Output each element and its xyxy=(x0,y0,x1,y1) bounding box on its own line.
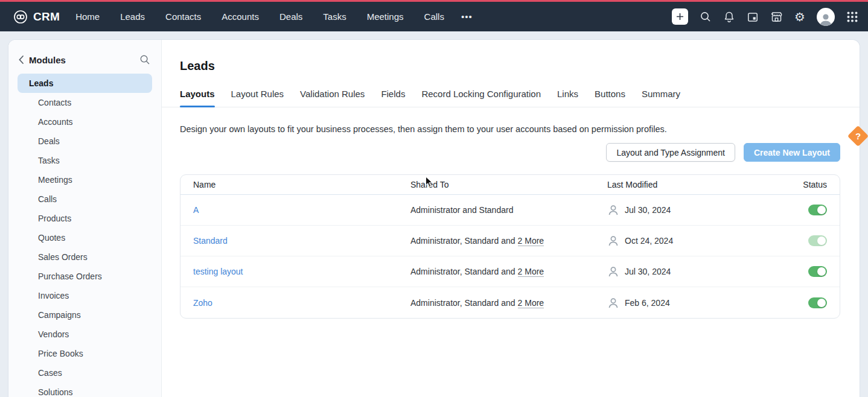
sidebar-item-invoices[interactable]: Invoices xyxy=(18,286,152,305)
create-new-layout-button[interactable]: Create New Layout xyxy=(744,143,840,162)
table-row-testing-layout: testing layoutAdministrator, Standard an… xyxy=(180,256,840,287)
column-header-last-modified: Last Modified xyxy=(607,180,779,189)
user-avatar[interactable] xyxy=(817,8,835,26)
marketplace-icon[interactable] xyxy=(770,11,783,23)
shared-to-text: Administrator and Standard xyxy=(410,205,513,215)
sidebar-item-solutions[interactable]: Solutions xyxy=(18,383,152,397)
shared-to-text: Administrator, Standard and xyxy=(410,298,515,308)
nav-item-tasks[interactable]: Tasks xyxy=(323,11,346,22)
sidebar-item-accounts[interactable]: Accounts xyxy=(18,112,152,132)
modified-by-avatar-icon xyxy=(607,265,619,278)
sidebar-title: Modules xyxy=(29,55,139,65)
add-icon[interactable] xyxy=(672,8,688,25)
tab-validation-rules[interactable]: Validation Rules xyxy=(300,89,365,107)
sidebar-item-vendors[interactable]: Vendors xyxy=(18,325,152,344)
sidebar-item-purchase-orders[interactable]: Purchase Orders xyxy=(18,267,152,286)
column-header-name: Name xyxy=(193,180,410,189)
crm-logo[interactable]: CRM xyxy=(0,10,75,24)
sidebar-item-quotes[interactable]: Quotes xyxy=(18,228,152,247)
layout-type-assignment-button[interactable]: Layout and Type Assignment xyxy=(606,143,735,162)
column-header-shared-to: Shared To xyxy=(410,180,607,189)
layouts-content: Leads LayoutsLayout RulesValidation Rule… xyxy=(162,40,860,397)
sidebar-item-tasks[interactable]: Tasks xyxy=(18,151,152,170)
tab-links[interactable]: Links xyxy=(557,89,578,107)
layout-name-link[interactable]: testing layout xyxy=(193,267,243,276)
nav-item-deals[interactable]: Deals xyxy=(279,11,302,22)
tab-layout-rules[interactable]: Layout Rules xyxy=(231,89,284,107)
nav-item-home[interactable]: Home xyxy=(75,11,100,22)
shared-more-link[interactable]: 2 More xyxy=(518,267,544,277)
tab-record-locking-configuration[interactable]: Record Locking Configuration xyxy=(421,89,541,107)
nav-item-meetings[interactable]: Meetings xyxy=(367,11,404,22)
nav-item-leads[interactable]: Leads xyxy=(120,11,145,22)
settings-tabs: LayoutsLayout RulesValidation RulesField… xyxy=(162,89,860,107)
table-body: AAdministrator and StandardJul 30, 2024S… xyxy=(180,195,840,318)
description-text: Design your own layouts to fit your busi… xyxy=(180,124,840,134)
tab-fields[interactable]: Fields xyxy=(381,89,405,107)
table-header-row: NameShared ToLast ModifiedStatus xyxy=(180,175,840,195)
sidebar-item-leads[interactable]: Leads xyxy=(18,74,152,93)
sidebar-item-price-books[interactable]: Price Books xyxy=(18,344,152,363)
tab-buttons[interactable]: Buttons xyxy=(595,89,625,107)
top-navigation-bar: CRM HomeLeadsContactsAccountsDealsTasksM… xyxy=(0,0,868,31)
primary-nav-items: HomeLeadsContactsAccountsDealsTasksMeeti… xyxy=(75,11,444,22)
search-icon[interactable] xyxy=(700,11,712,23)
nav-item-calls[interactable]: Calls xyxy=(424,11,444,22)
nav-item-contacts[interactable]: Contacts xyxy=(165,11,201,22)
sidebar-search-icon[interactable] xyxy=(139,54,150,65)
tab-summary[interactable]: Summary xyxy=(642,89,680,107)
sidebar-item-campaigns[interactable]: Campaigns xyxy=(18,305,152,325)
last-modified-date: Jul 30, 2024 xyxy=(625,267,671,276)
back-chevron-icon[interactable] xyxy=(18,55,24,65)
layouts-table: NameShared ToLast ModifiedStatus AAdmini… xyxy=(180,174,840,319)
sidebar-item-meetings[interactable]: Meetings xyxy=(18,170,152,189)
shared-more-link[interactable]: 2 More xyxy=(518,236,544,246)
brand-name: CRM xyxy=(33,10,60,24)
column-header-status: Status xyxy=(779,180,827,189)
notifications-icon[interactable] xyxy=(723,11,735,23)
status-toggle[interactable] xyxy=(808,205,827,215)
topnav-utilities: ⚙ xyxy=(672,8,868,26)
action-buttons: Layout and Type Assignment Create New La… xyxy=(180,143,840,162)
sidebar-item-calls[interactable]: Calls xyxy=(18,189,152,209)
status-toggle[interactable] xyxy=(808,297,827,308)
settings-icon[interactable]: ⚙ xyxy=(794,11,805,23)
sidebar-header: Modules xyxy=(8,40,161,74)
layout-name-link[interactable]: A xyxy=(193,205,199,215)
last-modified-date: Feb 6, 2024 xyxy=(625,298,670,308)
shared-to-text: Administrator, Standard and xyxy=(410,236,515,246)
status-toggle[interactable] xyxy=(808,266,827,277)
sidebar-item-products[interactable]: Products xyxy=(18,209,152,228)
shared-more-link[interactable]: 2 More xyxy=(518,298,544,308)
modules-sidebar: Modules LeadsContactsAccountsDealsTasksM… xyxy=(8,40,162,397)
status-toggle[interactable] xyxy=(808,235,827,246)
calendar-icon[interactable] xyxy=(747,11,759,23)
page-title: Leads xyxy=(180,59,840,73)
zoho-logo-icon xyxy=(13,10,28,24)
sidebar-item-deals[interactable]: Deals xyxy=(18,132,152,151)
table-row-a: AAdministrator and StandardJul 30, 2024 xyxy=(180,195,840,226)
apps-grid-icon[interactable] xyxy=(846,11,858,23)
settings-panel: Modules LeadsContactsAccountsDealsTasksM… xyxy=(8,40,860,397)
shared-to-text: Administrator, Standard and xyxy=(410,267,515,276)
table-row-standard: StandardAdministrator, Standard and2 Mor… xyxy=(180,226,840,256)
nav-more-button[interactable]: ••• xyxy=(461,11,473,22)
sidebar-item-sales-orders[interactable]: Sales Orders xyxy=(18,247,152,267)
modified-by-avatar-icon xyxy=(607,235,619,247)
sidebar-item-cases[interactable]: Cases xyxy=(18,363,152,383)
sidebar-item-contacts[interactable]: Contacts xyxy=(18,93,152,112)
modified-by-avatar-icon xyxy=(607,297,619,309)
last-modified-date: Jul 30, 2024 xyxy=(625,205,671,215)
layout-name-link[interactable]: Standard xyxy=(193,236,228,246)
table-row-zoho: ZohoAdministrator, Standard and2 MoreFeb… xyxy=(180,287,840,318)
last-modified-date: Oct 24, 2024 xyxy=(625,236,673,246)
nav-item-accounts[interactable]: Accounts xyxy=(222,11,259,22)
layout-name-link[interactable]: Zoho xyxy=(193,298,212,308)
modified-by-avatar-icon xyxy=(607,204,619,216)
modules-list: LeadsContactsAccountsDealsTasksMeetingsC… xyxy=(8,74,161,397)
tab-layouts[interactable]: Layouts xyxy=(180,89,215,107)
help-question-icon: ? xyxy=(855,131,861,141)
